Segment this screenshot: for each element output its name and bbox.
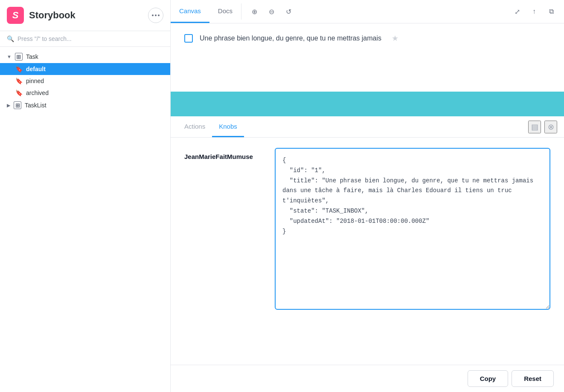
copy-link-button[interactable]: ⧉: [544, 4, 559, 19]
tab-knobs[interactable]: Knobs: [212, 116, 244, 137]
copy-button[interactable]: Copy: [468, 370, 509, 387]
search-bar: 🔍 Press "/" to search...: [0, 31, 170, 47]
bookmark-archived-icon: 🔖: [15, 89, 23, 96]
nav-tree: ▼ ⊞ Task 🔖 default 🔖 pinned 🔖 archived ▶…: [0, 47, 170, 392]
sidebar-item-pinned-label: pinned: [26, 78, 44, 84]
zoom-out-button[interactable]: ⊖: [264, 4, 279, 19]
panel-footer: Copy Reset: [171, 365, 564, 392]
bookmark-default-icon: 🔖: [15, 66, 23, 72]
panel-layout-button[interactable]: ▤: [528, 121, 541, 133]
knob-textarea[interactable]: [275, 148, 550, 310]
layout-icon: ▤: [531, 122, 538, 132]
reset-button[interactable]: Reset: [512, 370, 554, 387]
menu-button[interactable]: [148, 8, 163, 23]
sidebar-header: S Storybook: [0, 0, 170, 31]
top-toolbar: Canvas Docs ⊕ ⊖ ↺ ⤢ ↑: [171, 0, 564, 23]
three-dots-icon: [152, 14, 160, 16]
component-grid-icon: ⊞: [15, 53, 23, 61]
share-icon: ↑: [532, 8, 536, 15]
knobs-content: JeanMarieFaitMumuse: [171, 138, 564, 365]
chevron-down-icon: ▼: [7, 54, 12, 59]
search-icon: 🔍: [7, 35, 14, 42]
chevron-right-icon: ▶: [7, 103, 10, 108]
bookmark-pinned-icon: 🔖: [15, 78, 23, 84]
reset-zoom-icon: ↺: [286, 8, 291, 16]
search-placeholder[interactable]: Press "/" to search...: [17, 35, 72, 42]
panel-tabs: Actions Knobs ▤ ⊗: [171, 116, 564, 138]
knob-label: JeanMarieFaitMumuse: [184, 148, 261, 160]
share-button[interactable]: ↑: [526, 4, 542, 19]
sidebar-item-tasklist[interactable]: ▶ ⊞ TaskList: [0, 99, 170, 112]
fullscreen-button[interactable]: ⤢: [509, 4, 525, 19]
zoom-in-icon: ⊕: [252, 8, 257, 16]
sidebar-item-task-label: Task: [26, 53, 38, 60]
toolbar-right-actions: ⤢ ↑ ⧉: [504, 0, 564, 23]
sidebar: S Storybook 🔍 Press "/" to search... ▼ ⊞…: [0, 0, 171, 392]
bottom-panel: Actions Knobs ▤ ⊗ JeanMarieFaitMumuse Co…: [171, 116, 564, 392]
sidebar-item-archived[interactable]: 🔖 archived: [0, 87, 170, 99]
sidebar-item-task[interactable]: ▼ ⊞ Task: [0, 50, 170, 63]
reset-zoom-button[interactable]: ↺: [281, 4, 296, 19]
toolbar-zoom-actions: ⊕ ⊖ ↺: [241, 0, 301, 23]
tab-actions[interactable]: Actions: [177, 116, 212, 137]
close-icon: ⊗: [548, 122, 554, 132]
task-title: Une phrase bien longue, du genre, que tu…: [200, 35, 381, 42]
storybook-logo-icon: S: [7, 7, 24, 24]
copy-link-icon: ⧉: [549, 8, 554, 15]
tab-canvas[interactable]: Canvas: [171, 0, 209, 23]
main-content: Canvas Docs ⊕ ⊖ ↺ ⤢ ↑: [171, 0, 564, 392]
tab-docs[interactable]: Docs: [209, 0, 241, 23]
sidebar-item-tasklist-label: TaskList: [25, 102, 47, 109]
canvas-preview: Une phrase bien longue, du genre, que tu…: [171, 23, 564, 92]
sidebar-item-pinned[interactable]: 🔖 pinned: [0, 75, 170, 87]
panel-close-button[interactable]: ⊗: [544, 121, 557, 133]
component-grid-icon-2: ⊞: [14, 101, 21, 109]
zoom-out-icon: ⊖: [269, 8, 274, 16]
task-checkbox[interactable]: [184, 34, 193, 43]
main-tabs: Canvas Docs: [171, 0, 241, 23]
app-title: Storybook: [29, 10, 143, 21]
star-icon[interactable]: ★: [392, 34, 398, 43]
teal-banner: [171, 92, 564, 116]
sidebar-item-default-label: default: [26, 66, 46, 72]
task-preview: Une phrase bien longue, du genre, que tu…: [184, 34, 398, 43]
sidebar-item-default[interactable]: 🔖 default: [0, 63, 170, 75]
panel-tab-actions: ▤ ⊗: [528, 121, 557, 133]
fullscreen-icon: ⤢: [515, 8, 520, 16]
sidebar-item-archived-label: archived: [26, 89, 49, 96]
zoom-in-button[interactable]: ⊕: [247, 4, 262, 19]
